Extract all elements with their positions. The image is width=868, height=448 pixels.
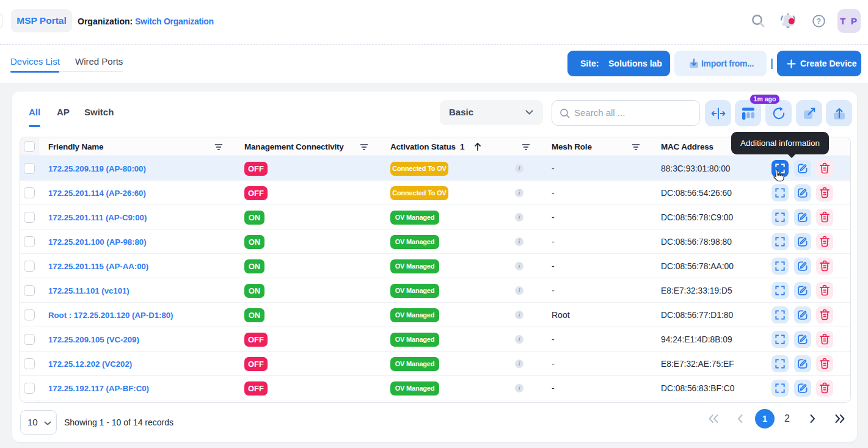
svg-text:?: ? <box>817 17 821 26</box>
